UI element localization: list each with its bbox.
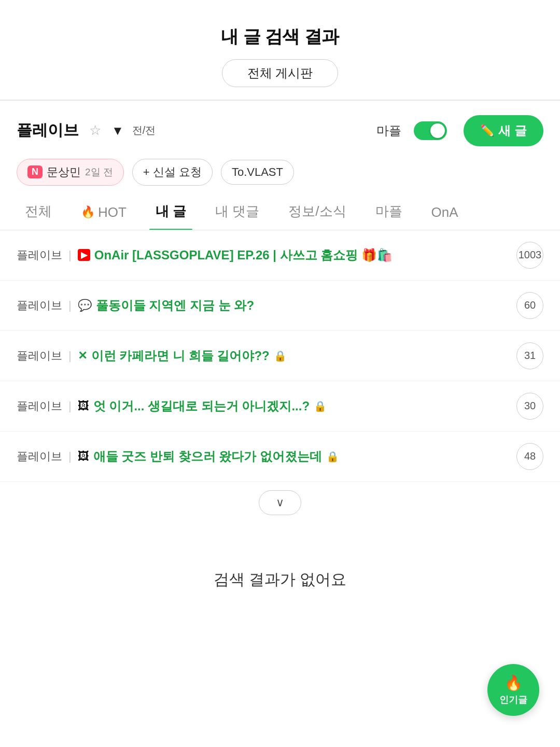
tab-info-label: 정보/소식	[288, 203, 346, 219]
tag-tovlast-label: To.VLAST	[232, 165, 283, 178]
post-row-5[interactable]: 플레이브 | 🖼 애들 굿즈 반퇴 찾으러 왔다가 없어졌는데 🔒 48	[0, 432, 560, 482]
post-sep-5: |	[68, 450, 72, 463]
post-content-1: ▶ OnAir [LASSGOPLAVE] EP.26 | 사쓰고 홈쇼핑 🎁🛍…	[78, 247, 510, 264]
post-count-3: 31	[516, 342, 543, 369]
tab-all-label: 전체	[25, 203, 52, 219]
post-sep-2: |	[68, 299, 72, 312]
chat-icon-2: 💬	[78, 299, 92, 312]
post-row-2[interactable]: 플레이브 | 💬 풀동이들 지역엔 지금 눈 와? 60	[0, 281, 560, 331]
post-row-4[interactable]: 플레이브 | 🖼 엇 이거... 생길대로 되는거 아니겠지...? 🔒 30	[0, 381, 560, 432]
post-content-4: 🖼 엇 이거... 생길대로 되는거 아니겠지...? 🔒	[78, 398, 510, 414]
tag-add-request[interactable]: + 신설 요청	[132, 159, 213, 186]
expand-button[interactable]: ∨	[259, 490, 301, 515]
tab-bar: 전체 🔥 HOT 내 글 내 댓글 정보/소식 마플 OnA	[0, 196, 560, 230]
tab-ona-label: OnA	[431, 204, 458, 220]
post-content-5: 🖼 애들 굿즈 반퇴 찾으러 왔다가 없어졌는데 🔒	[78, 448, 510, 465]
image-icon-5: 🖼	[78, 450, 89, 463]
mapl-toggle[interactable]	[414, 121, 447, 140]
tab-hot[interactable]: 🔥 HOT	[66, 198, 141, 230]
tab-mapl[interactable]: 마플	[361, 196, 417, 230]
page-title: 내 글 검색 결과	[0, 25, 560, 49]
post-count-5: 48	[516, 443, 543, 470]
tab-hot-content: 🔥 HOT	[81, 204, 127, 220]
x-icon-3: ✕	[78, 349, 87, 363]
tag-n-time: 2일 전	[85, 165, 113, 179]
post-sep-4: |	[68, 399, 72, 413]
post-count-2: 60	[516, 292, 543, 319]
star-icon[interactable]: ☆	[89, 122, 101, 139]
post-board-4: 플레이브	[17, 398, 62, 414]
post-board-1: 플레이브	[17, 247, 62, 263]
tab-mycomment[interactable]: 내 댓글	[201, 196, 274, 230]
tab-all[interactable]: 전체	[10, 196, 66, 230]
bottom-section: 검색 결과가 없어요	[0, 528, 560, 653]
post-title-1: OnAir [LASSGOPLAVE] EP.26 | 사쓰고 홈쇼핑 🎁🛍️	[94, 247, 393, 264]
post-sep-3: |	[68, 349, 72, 363]
tag-n-user[interactable]: N 문상민 2일 전	[17, 159, 124, 186]
post-row-1[interactable]: 플레이브 | ▶ OnAir [LASSGOPLAVE] EP.26 | 사쓰고…	[0, 230, 560, 281]
tag-add-label: + 신설 요청	[143, 164, 202, 180]
image-icon-4: 🖼	[78, 399, 89, 413]
board-filter-button[interactable]: 전체 게시판	[222, 59, 339, 87]
board-name: 플레이브	[17, 120, 79, 141]
tab-mypost-label: 내 글	[156, 203, 186, 219]
fire-icon: 🔥	[81, 205, 95, 219]
tab-mapl-label: 마플	[375, 203, 402, 219]
youtube-icon-1: ▶	[78, 249, 90, 261]
post-board-5: 플레이브	[17, 449, 62, 464]
post-board-2: 플레이브	[17, 298, 62, 313]
post-title-2: 풀동이들 지역엔 지금 눈 와?	[96, 297, 254, 314]
tab-info[interactable]: 정보/소식	[274, 196, 360, 230]
post-board-3: 플레이브	[17, 348, 62, 364]
new-post-button[interactable]: ✏️ 새 글	[464, 115, 543, 146]
tags-row: N 문상민 2일 전 + 신설 요청 To.VLAST	[0, 155, 560, 196]
toggle-knob	[430, 123, 445, 138]
tab-hot-label: HOT	[98, 204, 127, 220]
lock-icon-4: 🔒	[314, 400, 327, 412]
post-title-5: 애들 굿즈 반퇴 찾으러 왔다가 없어졌는데	[93, 448, 322, 465]
post-count-4: 30	[516, 393, 543, 420]
filter-label: 전/전	[132, 123, 156, 137]
tab-mypost[interactable]: 내 글	[141, 196, 201, 230]
post-sep-1: |	[68, 248, 72, 262]
lock-icon-3: 🔒	[274, 350, 287, 362]
toggle-track	[414, 121, 447, 140]
tab-mycomment-label: 내 댓글	[215, 203, 259, 219]
tag-n-badge: N	[27, 165, 43, 178]
lock-icon-5: 🔒	[326, 450, 339, 463]
tag-n-name: 문상민	[47, 164, 81, 180]
mapl-label: 마플	[376, 122, 401, 139]
tag-tovlast[interactable]: To.VLAST	[221, 160, 294, 185]
no-result-text: 검색 결과가 없어요	[17, 569, 543, 590]
post-title-3: 이런 카페라면 니 희들 길어야??	[91, 348, 270, 364]
tab-ona[interactable]: OnA	[417, 198, 473, 230]
post-content-2: 💬 풀동이들 지역엔 지금 눈 와?	[78, 297, 510, 314]
filter-icon[interactable]: ▼	[111, 123, 124, 138]
post-row-3[interactable]: 플레이브 | ✕ 이런 카페라면 니 희들 길어야?? 🔒 31	[0, 331, 560, 381]
post-content-3: ✕ 이런 카페라면 니 희들 길어야?? 🔒	[78, 348, 510, 364]
expand-row: ∨	[0, 482, 560, 528]
post-list: 플레이브 | ▶ OnAir [LASSGOPLAVE] EP.26 | 사쓰고…	[0, 230, 560, 482]
new-post-label: 새 글	[498, 122, 527, 139]
pencil-icon: ✏️	[480, 124, 494, 137]
post-count-1: 1003	[516, 242, 543, 269]
post-title-4: 엇 이거... 생길대로 되는거 아니겠지...?	[93, 398, 310, 414]
page-header: 내 글 검색 결과 전체 게시판	[0, 0, 560, 100]
board-header: 플레이브 ☆ ▼ 전/전 마플 ✏️ 새 글	[0, 101, 560, 155]
